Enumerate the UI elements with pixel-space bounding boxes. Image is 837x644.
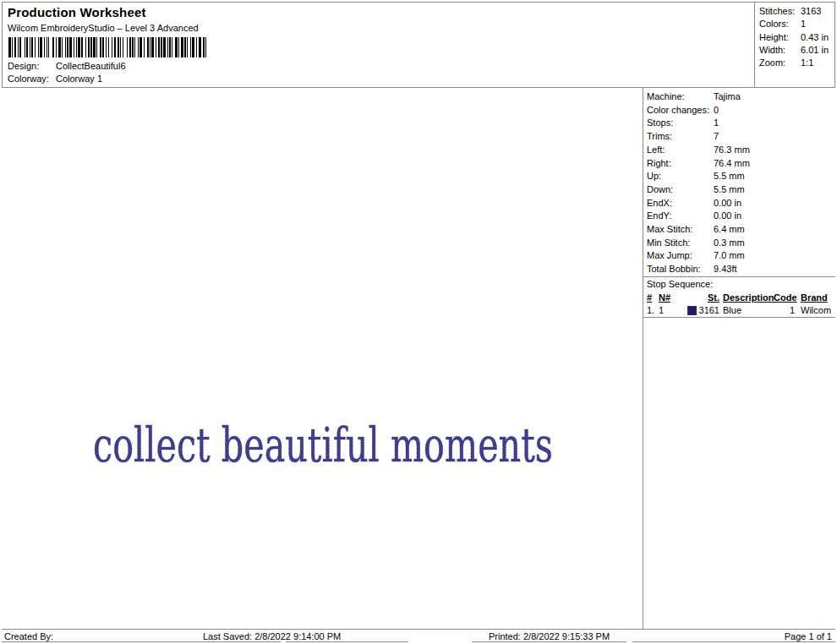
machine-value: Tajima xyxy=(714,90,741,104)
width-label: Width: xyxy=(759,44,801,57)
info-row: Max Jump:7.0 mm xyxy=(643,249,835,263)
width-value: 6.01 in xyxy=(801,44,829,57)
total-bobbin-value: 9.43ft xyxy=(714,263,737,276)
min-stitch-value: 0.3 mm xyxy=(714,237,745,250)
stop-sequence-row: 1. 1 3161 Blue 1 Wilcom xyxy=(643,304,835,317)
info-row: Max Stitch:6.4 mm xyxy=(643,223,835,237)
max-stitch-label: Max Stitch: xyxy=(647,223,714,237)
header-band: Production Worksheet Wilcom EmbroiderySt… xyxy=(2,2,835,88)
colorway-label: Colorway: xyxy=(8,73,56,85)
stats-row: Height:0.43 in xyxy=(759,31,834,44)
min-stitch-label: Min Stitch: xyxy=(647,237,714,250)
col-num-header: # xyxy=(647,291,659,304)
header-info: Production Worksheet Wilcom EmbroiderySt… xyxy=(3,3,754,87)
seq-code: 1 xyxy=(774,304,797,317)
stop-sequence-title: Stop Sequence: xyxy=(643,277,835,291)
footer-underline xyxy=(472,641,626,642)
trims-label: Trims: xyxy=(647,130,714,144)
colors-label: Colors: xyxy=(759,18,801,30)
design-text: collect beautiful moments xyxy=(93,421,553,472)
footer-underline xyxy=(286,641,408,642)
left-label: Left: xyxy=(647,144,714,157)
max-jump-value: 7.0 mm xyxy=(714,249,745,263)
created-by-label: Created By: xyxy=(4,631,53,641)
info-row: Up:5.5 mm xyxy=(643,170,835,183)
footer-underline xyxy=(632,641,835,642)
seq-needle: 1 xyxy=(659,304,684,317)
stitches-value: 3163 xyxy=(801,5,821,18)
right-label: Right: xyxy=(647,157,714,171)
up-value: 5.5 mm xyxy=(714,170,745,183)
height-value: 0.43 in xyxy=(801,31,829,44)
footer-bar: Created By: Last Saved: 2/8/2022 9:14:00… xyxy=(2,629,835,642)
up-label: Up: xyxy=(647,170,714,183)
total-bobbin-label: Total Bobbin: xyxy=(647,263,714,276)
stats-row: Colors:1 xyxy=(759,18,834,30)
stats-row: Zoom:1:1 xyxy=(759,57,834,69)
design-label: Design: xyxy=(8,60,56,73)
design-row: Design: CollectBeautiful6 xyxy=(8,60,749,73)
last-saved-text: Last Saved: 2/8/2022 9:14:00 PM xyxy=(203,631,341,641)
production-worksheet-page: Production Worksheet Wilcom EmbroiderySt… xyxy=(2,2,835,642)
endy-label: EndY: xyxy=(647,210,714,223)
stop-sequence-header: # N# St. Description Code Brand xyxy=(643,291,835,304)
barcode-space xyxy=(206,37,208,57)
col-brand-header: Brand xyxy=(797,291,832,304)
stats-row: Width:6.01 in xyxy=(759,44,834,57)
seq-stitch-cell: 3161 xyxy=(684,304,719,317)
info-row: Down:5.5 mm xyxy=(643,183,835,197)
trims-value: 7 xyxy=(714,130,719,144)
col-code-header: Code xyxy=(774,291,797,304)
stops-label: Stops: xyxy=(647,117,714,130)
colorway-row: Colorway: Colorway 1 xyxy=(8,73,749,85)
height-label: Height: xyxy=(759,31,801,44)
page-title: Production Worksheet xyxy=(8,5,749,20)
seq-stitch-count: 3161 xyxy=(699,304,719,317)
machine-label: Machine: xyxy=(647,90,714,104)
footer-underline xyxy=(2,641,281,642)
stats-box: Stitches:3163 Colors:1 Height:0.43 in Wi… xyxy=(754,3,834,87)
max-stitch-value: 6.4 mm xyxy=(714,223,745,237)
page-number: Page 1 of 1 xyxy=(785,631,832,641)
stats-row: Stitches:3163 xyxy=(759,5,834,18)
col-needle-header: N# xyxy=(659,291,684,304)
stops-value: 1 xyxy=(714,117,719,130)
colors-value: 1 xyxy=(801,18,806,30)
thread-color-chip xyxy=(687,306,697,315)
design-value: CollectBeautiful6 xyxy=(56,60,126,73)
endx-label: EndX: xyxy=(647,197,714,210)
barcode xyxy=(8,37,208,57)
endy-value: 0.00 in xyxy=(714,210,741,223)
design-canvas: collect beautiful moments xyxy=(2,88,643,629)
color-changes-label: Color changes: xyxy=(647,104,714,117)
stitches-label: Stitches: xyxy=(759,5,801,18)
main-row: collect beautiful moments Machine:Tajima… xyxy=(2,88,835,629)
seq-description: Blue xyxy=(723,304,774,317)
col-stitches-header: St. xyxy=(684,291,719,304)
info-row: Total Bobbin:9.43ft xyxy=(643,263,835,276)
seq-brand: Wilcom xyxy=(797,304,832,317)
machine-panel: Machine:Tajima Color changes:0 Stops:1 T… xyxy=(643,88,835,629)
col-description-header: Description xyxy=(723,291,774,304)
right-value: 76.4 mm xyxy=(714,157,750,171)
printed-text: Printed: 2/8/2022 9:15:33 PM xyxy=(489,631,610,641)
info-row: Machine:Tajima xyxy=(643,90,835,104)
machine-info-block: Machine:Tajima Color changes:0 Stops:1 T… xyxy=(643,88,835,276)
colorway-value: Colorway 1 xyxy=(56,73,102,85)
seq-num: 1. xyxy=(647,304,659,317)
info-row: EndY:0.00 in xyxy=(643,210,835,223)
info-row: EndX:0.00 in xyxy=(643,197,835,210)
max-jump-label: Max Jump: xyxy=(647,249,714,263)
down-label: Down: xyxy=(647,183,714,197)
info-row: Left:76.3 mm xyxy=(643,144,835,157)
color-changes-value: 0 xyxy=(714,104,719,117)
down-value: 5.5 mm xyxy=(714,183,745,197)
info-row: Right:76.4 mm xyxy=(643,157,835,171)
info-row: Trims:7 xyxy=(643,130,835,144)
info-row: Color changes:0 xyxy=(643,104,835,117)
info-row: Stops:1 xyxy=(643,117,835,130)
panel-divider xyxy=(643,317,835,318)
embroidery-design: collect beautiful moments xyxy=(91,421,558,475)
app-subtitle: Wilcom EmbroideryStudio – Level 3 Advanc… xyxy=(8,22,749,34)
zoom-label: Zoom: xyxy=(759,57,801,69)
